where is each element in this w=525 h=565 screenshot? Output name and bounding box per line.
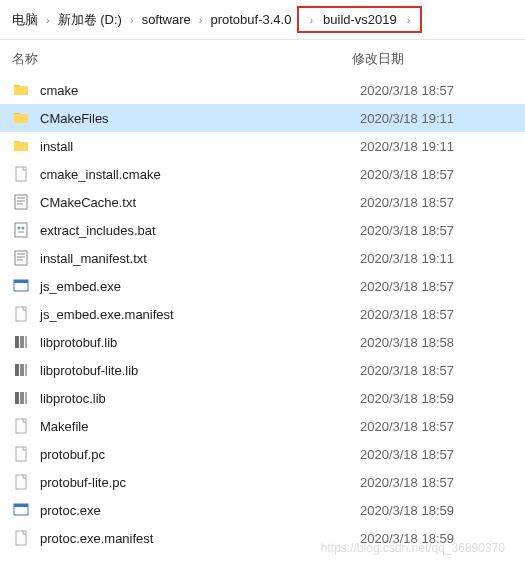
file-date: 2020/3/18 18:57 bbox=[360, 223, 454, 238]
svg-rect-16 bbox=[20, 336, 24, 348]
file-name: CMakeCache.txt bbox=[40, 195, 350, 210]
file-name: libprotobuf.lib bbox=[40, 335, 350, 350]
file-list: cmake2020/3/18 18:57CMakeFiles2020/3/18 … bbox=[0, 74, 525, 554]
file-name: extract_includes.bat bbox=[40, 223, 350, 238]
file-name: protoc.exe bbox=[40, 503, 350, 518]
file-date: 2020/3/18 18:57 bbox=[360, 167, 454, 182]
txt-icon bbox=[12, 249, 30, 267]
file-name: install bbox=[40, 139, 350, 154]
file-date: 2020/3/18 19:11 bbox=[360, 251, 454, 266]
file-name: cmake bbox=[40, 83, 350, 98]
exe-icon bbox=[12, 277, 30, 295]
file-date: 2020/3/18 18:57 bbox=[360, 447, 454, 462]
file-date: 2020/3/18 18:57 bbox=[360, 279, 454, 294]
file-row[interactable]: libprotobuf.lib2020/3/18 18:58 bbox=[0, 328, 525, 356]
svg-rect-13 bbox=[14, 280, 28, 283]
svg-rect-15 bbox=[15, 336, 19, 348]
file-name: protoc.exe.manifest bbox=[40, 531, 350, 546]
breadcrumb[interactable]: 电脑›新加卷 (D:)›software›protobuf-3.4.0›buil… bbox=[0, 0, 525, 40]
file-name: protobuf-lite.pc bbox=[40, 475, 350, 490]
file-icon bbox=[12, 305, 30, 323]
file-row[interactable]: install_manifest.txt2020/3/18 19:11 bbox=[0, 244, 525, 272]
file-date: 2020/3/18 19:11 bbox=[360, 139, 454, 154]
svg-rect-23 bbox=[25, 392, 27, 404]
file-date: 2020/3/18 18:59 bbox=[360, 503, 454, 518]
lib-icon bbox=[12, 389, 30, 407]
svg-rect-22 bbox=[20, 392, 24, 404]
file-row[interactable]: CMakeCache.txt2020/3/18 18:57 bbox=[0, 188, 525, 216]
column-headers: 名称 修改日期 bbox=[0, 40, 525, 74]
folder-icon bbox=[12, 137, 30, 155]
file-row[interactable]: protobuf.pc2020/3/18 18:57 bbox=[0, 440, 525, 468]
breadcrumb-item[interactable]: 新加卷 (D:) bbox=[54, 9, 126, 31]
file-row[interactable]: protobuf-lite.pc2020/3/18 18:57 bbox=[0, 468, 525, 496]
lib-icon bbox=[12, 333, 30, 351]
chevron-right-icon: › bbox=[197, 14, 205, 26]
file-row[interactable]: js_embed.exe.manifest2020/3/18 18:57 bbox=[0, 300, 525, 328]
file-row[interactable]: extract_includes.bat2020/3/18 18:57 bbox=[0, 216, 525, 244]
file-name: libprotobuf-lite.lib bbox=[40, 363, 350, 378]
chevron-right-icon: › bbox=[128, 14, 136, 26]
column-date-header[interactable]: 修改日期 bbox=[352, 50, 513, 68]
file-name: libprotoc.lib bbox=[40, 391, 350, 406]
file-name: install_manifest.txt bbox=[40, 251, 350, 266]
file-icon bbox=[12, 417, 30, 435]
file-date: 2020/3/18 18:58 bbox=[360, 335, 454, 350]
file-date: 2020/3/18 19:11 bbox=[360, 111, 454, 126]
file-date: 2020/3/18 18:57 bbox=[360, 83, 454, 98]
svg-rect-8 bbox=[15, 251, 27, 265]
file-name: CMakeFiles bbox=[40, 111, 350, 126]
file-row[interactable]: cmake2020/3/18 18:57 bbox=[0, 76, 525, 104]
file-row[interactable]: cmake_install.cmake2020/3/18 18:57 bbox=[0, 160, 525, 188]
file-row[interactable]: CMakeFiles2020/3/18 19:11 bbox=[0, 104, 525, 132]
breadcrumb-item[interactable]: protobuf-3.4.0 bbox=[206, 10, 295, 29]
txt-icon bbox=[12, 193, 30, 211]
svg-rect-17 bbox=[25, 336, 27, 348]
file-name: protobuf.pc bbox=[40, 447, 350, 462]
breadcrumb-item[interactable]: build-vs2019 bbox=[319, 10, 401, 29]
file-date: 2020/3/18 18:57 bbox=[360, 307, 454, 322]
bat-icon bbox=[12, 221, 30, 239]
svg-rect-20 bbox=[25, 364, 27, 376]
chevron-right-icon: › bbox=[44, 14, 52, 26]
file-date: 2020/3/18 18:57 bbox=[360, 195, 454, 210]
svg-rect-1 bbox=[15, 195, 27, 209]
lib-icon bbox=[12, 361, 30, 379]
file-name: js_embed.exe bbox=[40, 279, 350, 294]
column-name-header[interactable]: 名称 bbox=[12, 50, 352, 68]
file-row[interactable]: js_embed.exe2020/3/18 18:57 bbox=[0, 272, 525, 300]
file-icon bbox=[12, 529, 30, 547]
breadcrumb-item[interactable]: software bbox=[138, 10, 195, 29]
file-name: js_embed.exe.manifest bbox=[40, 307, 350, 322]
svg-rect-5 bbox=[15, 223, 27, 237]
file-icon bbox=[12, 473, 30, 491]
file-date: 2020/3/18 18:57 bbox=[360, 475, 454, 490]
file-icon bbox=[12, 445, 30, 463]
file-row[interactable]: install2020/3/18 19:11 bbox=[0, 132, 525, 160]
file-row[interactable]: libprotoc.lib2020/3/18 18:59 bbox=[0, 384, 525, 412]
file-row[interactable]: libprotobuf-lite.lib2020/3/18 18:57 bbox=[0, 356, 525, 384]
breadcrumb-highlight[interactable]: ›build-vs2019› bbox=[297, 6, 422, 33]
watermark: https://blog.csdn.net/qq_36890370 bbox=[321, 541, 505, 555]
breadcrumb-item[interactable]: 电脑 bbox=[8, 9, 42, 31]
svg-rect-18 bbox=[15, 364, 19, 376]
svg-point-7 bbox=[22, 227, 25, 230]
svg-point-6 bbox=[18, 227, 21, 230]
svg-rect-21 bbox=[15, 392, 19, 404]
exe-icon bbox=[12, 501, 30, 519]
file-name: cmake_install.cmake bbox=[40, 167, 350, 182]
file-date: 2020/3/18 18:59 bbox=[360, 391, 454, 406]
folder-icon bbox=[12, 109, 30, 127]
svg-rect-28 bbox=[14, 504, 28, 507]
file-date: 2020/3/18 18:57 bbox=[360, 363, 454, 378]
file-date: 2020/3/18 18:57 bbox=[360, 419, 454, 434]
chevron-right-icon: › bbox=[307, 14, 315, 26]
svg-rect-19 bbox=[20, 364, 24, 376]
file-row[interactable]: protoc.exe2020/3/18 18:59 bbox=[0, 496, 525, 524]
folder-icon bbox=[12, 81, 30, 99]
chevron-right-icon: › bbox=[405, 14, 413, 26]
file-name: Makefile bbox=[40, 419, 350, 434]
file-row[interactable]: Makefile2020/3/18 18:57 bbox=[0, 412, 525, 440]
file-icon bbox=[12, 165, 30, 183]
